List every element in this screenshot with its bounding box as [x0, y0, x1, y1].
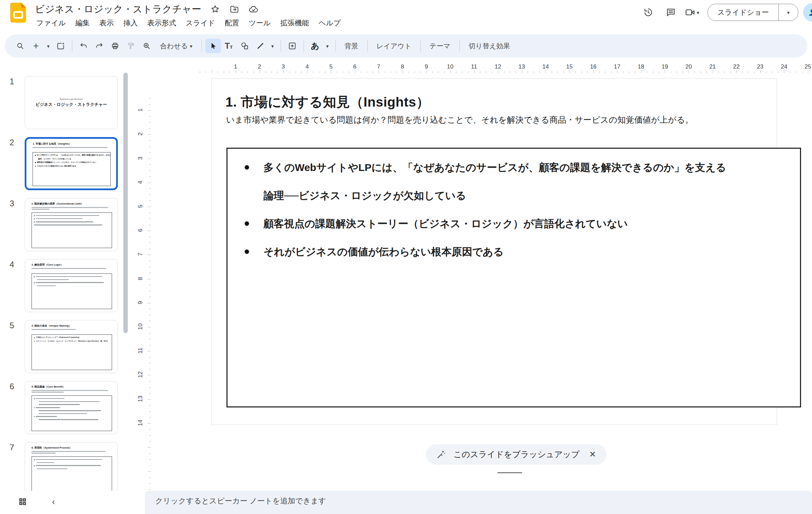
new-slide-sparkle-icon[interactable]	[53, 39, 69, 53]
paint-format-icon[interactable]	[123, 39, 139, 53]
menu-item[interactable]: 表示	[95, 16, 119, 29]
toolbar: + ▾ 合わせる ▾ Tт	[5, 34, 807, 58]
slide-subtitle[interactable]: いま市場や業界で起きている問題は何か？問題を売り込むことで、それを解決できる商品…	[226, 114, 693, 125]
speaker-notes-panel[interactable]: クリックするとスピーカー ノートを追加できます	[145, 491, 812, 514]
cloud-saved-icon[interactable]	[248, 4, 259, 14]
filmstrip-scrollbar[interactable]	[123, 73, 128, 333]
slide-bullet[interactable]: 顧客視点の課題解決ストーリー（ビジネス・ロジック）が言語化されていない	[263, 210, 790, 238]
brushup-pill[interactable]: このスライドをブラッシュアップ ✕	[426, 444, 606, 465]
slideshow-caret-icon[interactable]: ▾	[778, 4, 798, 21]
menu-item[interactable]: ヘルプ	[314, 16, 345, 29]
version-history-icon[interactable]	[639, 3, 657, 21]
slide-title[interactable]: 1. 市場に対する知見（Insights）	[225, 93, 430, 111]
ruler-number: 19	[662, 63, 668, 70]
slide-thumbnail[interactable]: 4. 独自の命名（Unique Naming）工学的コピーライティング™（Eng…	[25, 320, 118, 373]
slideshow-label[interactable]: スライドショー	[708, 4, 778, 21]
slide-number: 1	[10, 76, 21, 86]
ruler-number: 18	[638, 63, 644, 70]
ruler-number: 7	[137, 249, 144, 260]
slide-thumbnail[interactable]: 6. 再現性（Systemized Process）	[25, 442, 118, 491]
shape-tool[interactable]	[237, 39, 253, 53]
notes-drag-handle[interactable]	[497, 472, 522, 473]
layout-button[interactable]: レイアウト	[371, 39, 417, 53]
account-avatar[interactable]	[803, 3, 812, 22]
redo-icon[interactable]	[91, 39, 107, 53]
thumbnail-content-box: 多くのWebサイトやLPには、「なぜあなたのサービスが、顧客の課題を解決できるの…	[33, 152, 111, 186]
slide-thumbnail[interactable]: 2. 既存解決策の限界（Conventional Limit）	[25, 198, 118, 251]
thumbnail-heading: 4. 独自の命名（Unique Naming）	[32, 324, 71, 328]
thumbnail-title: ビジネス・ロジック・ストラクチャー	[36, 102, 107, 108]
zoom-caret-icon[interactable]: ▾	[44, 39, 53, 53]
ruler-number: 22	[733, 63, 740, 70]
fit-zoom-select[interactable]: 合わせる ▾	[155, 39, 198, 53]
slide-thumbnail[interactable]: 1. 市場に対する知見（Insights）多くのWebサイトやLPには、「なぜあ…	[25, 137, 118, 190]
brushup-close-icon[interactable]: ✕	[586, 450, 596, 459]
slide-thumbnail[interactable]: 5. 商品価値（Core Benefit）	[25, 381, 118, 434]
slide-bullet[interactable]: それがビジネスの価値が伝わらない根本原因である	[263, 238, 790, 266]
slide-content-box[interactable]: 多くのWebサイトやLPには、「なぜあなたのサービスが、顧客の課題を解決できるの…	[226, 148, 801, 407]
slide-page[interactable]: 1. 市場に対する知見（Insights） いま市場や業界で起きている問題は何か…	[211, 78, 777, 425]
print-icon[interactable]	[107, 39, 123, 53]
text-box-tool[interactable]: Tт	[221, 39, 237, 53]
vertical-ruler: 1234567891011121314	[134, 73, 151, 491]
ruler-number: 4	[137, 177, 144, 188]
menu-item[interactable]: 表示形式	[143, 16, 181, 29]
ruler-number: 12	[137, 369, 144, 380]
menu-item[interactable]: 配置	[220, 16, 244, 29]
meet-camera-icon[interactable]: ▾	[685, 7, 700, 18]
filmstrip: 1Business Logic Structureビジネス・ロジック・ストラクチ…	[0, 76, 133, 491]
thumbnail-content-box	[32, 456, 112, 491]
ruler-number: 24	[781, 63, 787, 70]
menu-item[interactable]: ファイル	[32, 16, 71, 29]
ruler-number: 17	[614, 63, 620, 70]
zoom-in-icon[interactable]	[139, 39, 155, 53]
menu-item[interactable]: 挿入	[119, 16, 143, 29]
slides-logo[interactable]	[10, 3, 26, 23]
ruler-number: 20	[686, 63, 692, 70]
ruler-number: 5	[137, 201, 144, 212]
comments-icon[interactable]	[662, 3, 680, 21]
horizontal-ruler: 1234567891011121314151617181920212223242…	[134, 63, 812, 73]
star-icon[interactable]	[210, 4, 220, 14]
toolbar-divider	[72, 40, 72, 52]
thumbnail-heading: 2. 既存解決策の限界（Conventional Limit）	[32, 202, 83, 206]
doc-title[interactable]: ビジネス・ロジック・ストラクチャー	[35, 3, 201, 16]
theme-button[interactable]: テーマ	[424, 39, 456, 53]
ruler-number: 16	[590, 63, 596, 70]
background-button[interactable]: 背景	[339, 39, 364, 53]
slide-bullet[interactable]: 多くのWebサイトやLPには、「なぜあなたのサービスが、顧客の課題を解決できるの…	[263, 154, 790, 210]
bottom-bar: ‹ クリックするとスピーカー ノートを追加できます	[0, 491, 812, 514]
slideshow-button[interactable]: スライドショー ▾	[708, 4, 798, 21]
search-menus-icon[interactable]	[12, 39, 28, 53]
thumbnail-eyebrow: Business Logic Structure	[60, 98, 83, 100]
menu-item[interactable]: スライド	[181, 16, 220, 29]
ruler-number: 13	[137, 393, 144, 404]
text-options-icon[interactable]: あ	[307, 39, 323, 53]
text-options-caret-icon[interactable]: ▾	[323, 39, 332, 53]
ruler-number: 11	[137, 345, 144, 356]
grid-view-icon[interactable]	[15, 494, 30, 509]
slide-thumbnail[interactable]: Business Logic Structureビジネス・ロジック・ストラクチャ…	[25, 76, 118, 129]
collapse-filmstrip-icon[interactable]: ‹	[46, 494, 61, 509]
insert-image-icon[interactable]	[284, 39, 300, 53]
move-folder-icon[interactable]	[229, 4, 239, 14]
zoom-plus-button[interactable]: +	[28, 39, 44, 53]
ruler-number: 13	[518, 63, 525, 70]
select-tool[interactable]	[205, 39, 221, 53]
ruler-number: 9	[137, 297, 144, 308]
slide-number: 7	[10, 442, 21, 452]
menu-item[interactable]: 拡張機能	[275, 16, 314, 29]
slide-number: 5	[10, 320, 21, 330]
transitions-button[interactable]: 切り替え効果	[463, 39, 516, 53]
ruler-number: 10	[447, 63, 454, 70]
undo-icon[interactable]	[76, 39, 91, 53]
menu-item[interactable]: 編集	[71, 16, 95, 29]
line-tool[interactable]	[253, 39, 268, 53]
line-tool-caret-icon[interactable]: ▾	[268, 39, 277, 53]
slide-number: 4	[10, 259, 21, 269]
menu-item[interactable]: ツール	[244, 16, 275, 29]
toolbar-divider	[201, 40, 202, 52]
camera-caret-icon[interactable]: ▾	[697, 10, 700, 15]
slide-thumbnail[interactable]: 3. 解決原理（Core Logic）	[25, 259, 118, 312]
slide-bullet-list: 多くのWebサイトやLPには、「なぜあなたのサービスが、顧客の課題を解決できるの…	[227, 154, 790, 266]
